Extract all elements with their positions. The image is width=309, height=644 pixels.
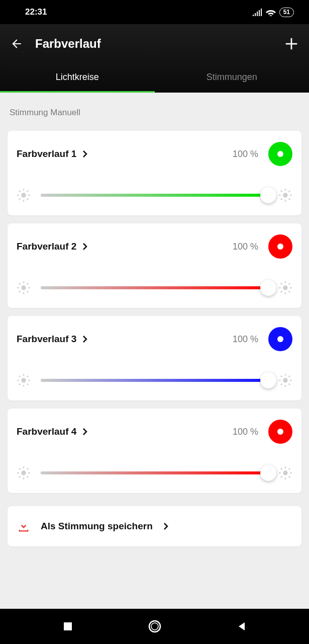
svg-line-5 [19, 191, 20, 192]
svg-line-61 [19, 476, 20, 477]
svg-line-41 [19, 376, 20, 377]
svg-line-53 [289, 376, 290, 377]
brightness-slider-row [17, 466, 292, 480]
svg-line-16 [281, 199, 282, 200]
color-indicator[interactable] [268, 234, 292, 259]
home-button[interactable] [147, 619, 162, 634]
brightness-slider[interactable] [41, 194, 268, 197]
svg-line-69 [289, 476, 290, 477]
svg-point-54 [21, 470, 26, 475]
save-icon [17, 519, 31, 533]
brightness-high-icon [278, 466, 292, 480]
svg-line-43 [19, 384, 20, 385]
tab-lichtkreise[interactable]: Lichtkreise [0, 63, 155, 93]
svg-line-24 [27, 291, 28, 292]
card-title: Farbverlauf 3 [17, 334, 76, 345]
card-header[interactable]: Farbverlauf 4100 % [17, 420, 292, 444]
slider-thumb[interactable] [260, 372, 276, 388]
brightness-percent: 100 % [233, 427, 258, 437]
svg-line-42 [27, 384, 28, 385]
brightness-high-icon [278, 188, 292, 202]
main-content: Stimmung Manuell Farbverlauf 1100 %Farbv… [0, 93, 309, 609]
signal-icon [252, 8, 262, 16]
light-card-2: Farbverlauf 2100 % [8, 223, 301, 308]
brightness-slider-row [17, 188, 292, 202]
svg-line-15 [289, 199, 290, 200]
svg-line-14 [281, 191, 282, 192]
brightness-slider-row [17, 373, 292, 387]
card-header[interactable]: Farbverlauf 1100 % [17, 142, 292, 166]
save-as-mood-button[interactable]: Als Stimmung speichern [8, 506, 301, 546]
color-indicator[interactable] [268, 142, 292, 166]
card-header[interactable]: Farbverlauf 3100 % [17, 327, 292, 351]
wifi-icon [265, 8, 276, 16]
svg-line-26 [27, 283, 28, 284]
chevron-right-icon [82, 243, 87, 251]
svg-rect-72 [64, 622, 72, 630]
svg-point-18 [21, 285, 26, 290]
page-title: Farbverlauf [35, 37, 101, 51]
svg-line-23 [19, 283, 20, 284]
svg-line-44 [27, 376, 28, 377]
slider-thumb[interactable] [260, 280, 276, 296]
card-title: Farbverlauf 4 [17, 426, 76, 437]
chevron-right-icon [82, 335, 87, 343]
color-indicator[interactable] [268, 420, 292, 444]
brightness-percent: 100 % [233, 242, 258, 252]
svg-line-52 [281, 384, 282, 385]
svg-point-74 [151, 623, 158, 630]
svg-line-7 [19, 199, 20, 200]
svg-line-33 [289, 291, 290, 292]
brightness-high-icon [278, 281, 292, 295]
brightness-percent: 100 % [233, 334, 258, 345]
svg-line-51 [289, 384, 290, 385]
tabs: Lichtkreise Stimmungen [0, 63, 309, 93]
svg-line-35 [289, 283, 290, 284]
brightness-low-icon [17, 466, 31, 480]
tab-stimmungen[interactable]: Stimmungen [155, 63, 310, 93]
svg-line-50 [281, 376, 282, 377]
card-header[interactable]: Farbverlauf 2100 % [17, 234, 292, 259]
svg-line-17 [289, 191, 290, 192]
light-card-1: Farbverlauf 1100 % [8, 131, 301, 215]
svg-line-25 [19, 291, 20, 292]
svg-line-68 [281, 468, 282, 469]
brightness-low-icon [17, 281, 31, 295]
back-icon[interactable] [10, 37, 23, 50]
svg-point-27 [283, 285, 287, 290]
status-bar: 22:31 51 [0, 0, 309, 24]
brightness-high-icon [278, 373, 292, 387]
svg-point-0 [21, 193, 26, 197]
svg-line-6 [27, 199, 28, 200]
svg-point-45 [283, 378, 287, 382]
recent-apps-button[interactable] [62, 621, 73, 632]
svg-line-71 [289, 468, 290, 469]
chevron-right-icon [82, 428, 87, 436]
color-indicator[interactable] [268, 327, 292, 351]
brightness-slider[interactable] [41, 471, 268, 474]
svg-point-36 [21, 378, 26, 382]
svg-line-34 [281, 291, 282, 292]
chevron-right-icon [82, 150, 87, 158]
svg-line-8 [27, 191, 28, 192]
light-card-4: Farbverlauf 4100 % [8, 409, 301, 493]
back-nav-button[interactable] [236, 621, 247, 632]
svg-line-70 [281, 476, 282, 477]
brightness-slider[interactable] [41, 379, 268, 382]
chevron-right-icon [163, 522, 169, 530]
status-indicators: 51 [252, 8, 294, 17]
slider-thumb[interactable] [260, 465, 276, 481]
brightness-slider[interactable] [41, 286, 268, 289]
svg-line-59 [19, 468, 20, 469]
brightness-low-icon [17, 188, 31, 202]
card-title: Farbverlauf 1 [17, 148, 76, 159]
card-title: Farbverlauf 2 [17, 241, 76, 252]
light-card-3: Farbverlauf 3100 % [8, 316, 301, 400]
slider-thumb[interactable] [260, 187, 276, 203]
add-button[interactable] [284, 36, 299, 51]
brightness-percent: 100 % [233, 149, 258, 159]
brightness-low-icon [17, 373, 31, 387]
battery-indicator: 51 [279, 8, 294, 17]
svg-line-62 [27, 468, 28, 469]
status-time: 22:31 [25, 7, 47, 17]
